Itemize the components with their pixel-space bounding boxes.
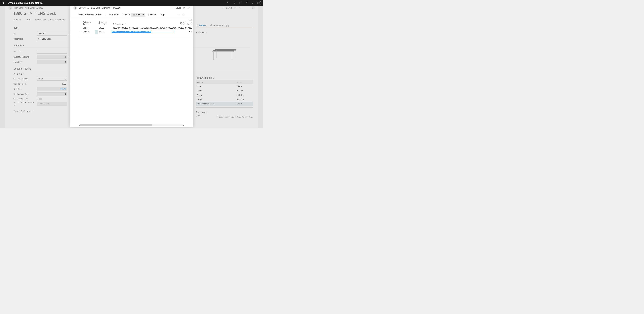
modal-back-button[interactable] xyxy=(74,6,77,10)
svg-line-1 xyxy=(229,3,230,4)
filter-icon[interactable] xyxy=(178,14,180,16)
settings-icon[interactable] xyxy=(245,2,248,4)
cell-ref-no[interactable]: 0123456789012345678901234567890123456789… xyxy=(112,26,174,30)
cell-uom[interactable]: PCS xyxy=(186,30,193,34)
svg-point-19 xyxy=(109,14,110,15)
cell-ref-type[interactable]: Vendor xyxy=(82,30,95,34)
modal-expand-icon[interactable] xyxy=(188,7,190,9)
modal-title-tab: Item Reference Entries xyxy=(78,14,105,16)
col-reference-type-no[interactable]: ReferenceType No. ↑ xyxy=(98,18,112,26)
app-topbar: Dynamics 365 Business Central IK xyxy=(0,0,263,6)
reference-entries-grid: ReferenceType ↑ ReferenceType No. ↑ Refe… xyxy=(78,18,193,70)
col-variant-code[interactable]: Variant Code ↑ xyxy=(174,18,186,26)
svg-point-0 xyxy=(228,2,229,3)
notification-icon[interactable] xyxy=(233,2,236,4)
row-indicator-icon: → xyxy=(78,30,82,34)
item-reference-entries-modal: 1896-S · ATHENS Desk | Work Date: 4/6/20… xyxy=(70,6,193,127)
cell-ref-type[interactable]: Vendor xyxy=(82,26,95,30)
svg-rect-25 xyxy=(133,15,135,16)
new-action[interactable]: New xyxy=(120,12,131,17)
app-title: Dynamics 365 Business Central xyxy=(8,2,43,4)
svg-point-2 xyxy=(246,2,247,3)
col-reference-no[interactable]: Reference No. ↑ xyxy=(112,18,174,26)
modal-breadcrumb: 1896-S · ATHENS Desk | Work Date: 4/6/20… xyxy=(79,7,120,9)
search-action[interactable]: Search xyxy=(107,12,120,17)
cell-ref-no-editing[interactable]: 00000000-0000-0000-0000-000000000000 xyxy=(112,30,174,34)
svg-line-20 xyxy=(110,15,111,16)
cell-ref-type-no[interactable]: 10000 xyxy=(98,26,112,30)
grid-row[interactable]: Vendor 10000 012345678901234567890123456… xyxy=(78,26,193,30)
grid-horizontal-scrollbar[interactable]: ◀ ▶ xyxy=(78,124,185,126)
svg-rect-23 xyxy=(133,14,135,14)
list-view-icon[interactable] xyxy=(182,14,185,16)
user-avatar[interactable]: IK xyxy=(257,1,261,5)
modal-saved-label: Saved xyxy=(176,7,181,9)
svg-point-3 xyxy=(252,4,253,4)
modal-popout-icon[interactable] xyxy=(183,7,186,9)
svg-rect-24 xyxy=(133,14,135,15)
help-icon[interactable] xyxy=(251,2,254,4)
cell-ref-type-no[interactable]: 20000 xyxy=(98,30,112,34)
col-unit-of-measure[interactable]: Unit ofMeasu xyxy=(186,18,193,26)
modal-saved-icon xyxy=(172,7,174,9)
row-menu-button[interactable] xyxy=(95,30,98,34)
app-launcher-icon[interactable] xyxy=(2,2,4,4)
grid-new-row[interactable] xyxy=(78,34,193,37)
flag-icon[interactable] xyxy=(239,2,242,4)
search-icon[interactable] xyxy=(227,2,230,4)
grid-row-selected[interactable]: → Vendor 20000 00000000-0000-0000-0000-0… xyxy=(78,30,193,34)
page-action[interactable]: Page xyxy=(158,12,166,17)
edit-list-action[interactable]: Edit List xyxy=(131,12,146,17)
col-reference-type[interactable]: ReferenceType ↑ xyxy=(82,18,95,26)
delete-action[interactable]: Delete xyxy=(146,12,158,17)
